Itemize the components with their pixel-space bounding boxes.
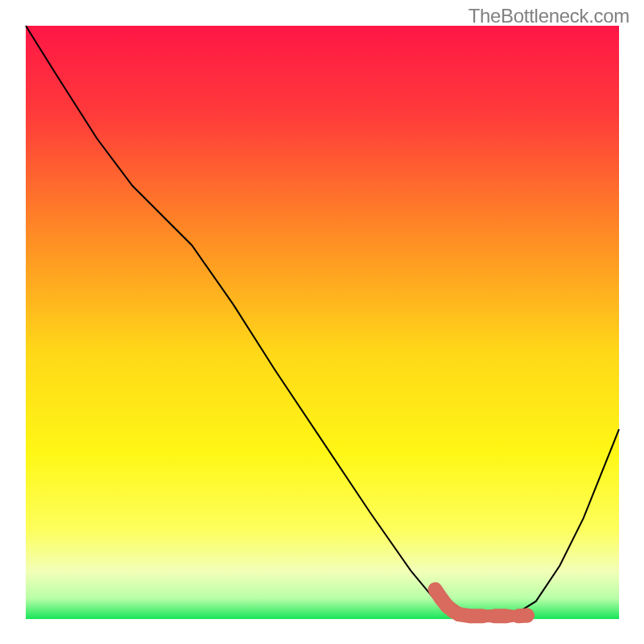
bottleneck-chart bbox=[0, 0, 644, 644]
chart-container: TheBottleneck.com bbox=[0, 0, 644, 644]
watermark-text: TheBottleneck.com bbox=[469, 5, 630, 27]
svg-point-10 bbox=[520, 609, 535, 623]
gradient-background bbox=[26, 26, 619, 619]
